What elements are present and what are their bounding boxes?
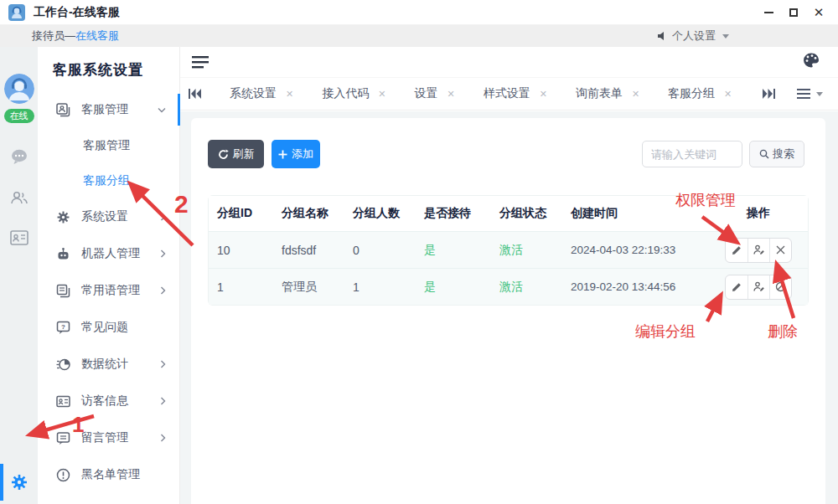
menu-item-robot-management[interactable]: 机器人管理 (38, 235, 179, 272)
menu-item-customer-management[interactable]: 客服管理 (38, 91, 179, 128)
statistics-icon (56, 357, 70, 372)
settings-nav-item[interactable] (0, 464, 38, 501)
cell-created: 2024-04-03 22:19:33 (562, 244, 709, 256)
col-header-status: 分组状态 (491, 206, 562, 221)
chevron-right-icon (160, 286, 166, 295)
close-tab-icon[interactable]: ✕ (447, 90, 454, 99)
edit-group-button[interactable] (726, 239, 747, 262)
chevron-right-icon (160, 213, 166, 221)
user-edit-icon (753, 281, 764, 292)
scroll-tabs-end-icon[interactable] (763, 89, 775, 99)
avatar[interactable] (4, 74, 34, 104)
chevron-down-icon (158, 107, 166, 113)
cell-created: 2019-02-20 13:44:56 (562, 280, 709, 293)
tab-customer-group[interactable]: 客服分组 ✕ (668, 86, 732, 101)
tab-system-settings[interactable]: 系统设置 ✕ (230, 86, 293, 101)
menu-item-label: 系统设置 (81, 209, 128, 224)
chevron-right-icon (160, 397, 166, 405)
tab-style-settings[interactable]: 样式设置 ✕ (484, 86, 547, 101)
id-card-icon[interactable] (10, 230, 28, 245)
refresh-button[interactable]: 刷新 (208, 140, 264, 168)
annotation-delete: 删除 (768, 321, 798, 342)
col-header-group-count: 分组人数 (344, 206, 416, 221)
add-label: 添加 (292, 147, 313, 162)
phrases-icon (56, 284, 70, 298)
tab-label: 客服分组 (668, 86, 715, 101)
submenu-item-customer-group[interactable]: 客服分组 (38, 163, 179, 198)
groups-table: 分组ID 分组名称 分组人数 是否接待 分组状态 创建时间 操作 10 fdsf… (208, 195, 809, 306)
delete-button[interactable] (769, 239, 791, 262)
contacts-icon[interactable] (10, 190, 28, 205)
row-action-group (725, 238, 792, 263)
col-header-accept: 是否接待 (416, 206, 491, 221)
chat-icon[interactable] (10, 148, 28, 165)
permission-button[interactable] (747, 239, 769, 262)
cell-status: 激活 (491, 280, 562, 295)
cell-group-count: 1 (344, 280, 416, 294)
cell-group-id: 10 (209, 244, 273, 257)
menu-item-data-statistics[interactable]: 数据统计 (38, 346, 179, 383)
close-tab-icon[interactable]: ✕ (724, 90, 732, 99)
window-title: 工作台-在线客服 (34, 5, 120, 20)
close-tab-icon[interactable]: ✕ (540, 90, 547, 99)
menu-item-label: 机器人管理 (81, 246, 140, 261)
caret-down-icon (722, 34, 729, 39)
window-titlebar: 工作台-在线客服 ✕ (0, 0, 838, 25)
app-logo-icon (8, 4, 25, 21)
theme-button[interactable] (803, 53, 820, 71)
scroll-tabs-start-icon[interactable] (189, 89, 201, 99)
menu-item-label: 常用语管理 (81, 283, 140, 298)
menu-item-label: 客服管理 (81, 102, 128, 117)
col-header-group-id: 分组ID (209, 206, 273, 221)
ban-icon (775, 281, 786, 292)
tab-label: 样式设置 (484, 86, 530, 101)
maximize-button[interactable] (781, 3, 806, 23)
menu-item-common-phrases[interactable]: 常用语管理 (38, 272, 179, 309)
question-bubble-icon: ? (56, 321, 70, 335)
tab-access-code[interactable]: 接入代码 ✕ (322, 86, 385, 101)
online-service-link[interactable]: 在线客服 (75, 28, 119, 44)
gear-icon (10, 473, 28, 491)
permission-button[interactable] (747, 275, 769, 299)
tab-label: 设置 (414, 86, 437, 101)
menu-item-message-management[interactable]: 留言管理 (38, 419, 179, 456)
annotation-step-1: 1 (72, 412, 84, 438)
cell-accept: 是 (416, 243, 491, 258)
close-button[interactable]: ✕ (806, 3, 831, 23)
personal-settings-menu[interactable]: 个人设置 (672, 28, 716, 44)
breadcrumb-bar: 接待员— 在线客服 个人设置 (0, 25, 838, 47)
gear-icon (56, 210, 70, 224)
visitor-card-icon (56, 394, 70, 409)
add-button[interactable]: 添加 (272, 140, 320, 168)
minimize-button[interactable] (756, 3, 781, 23)
menu-item-system-settings[interactable]: 系统设置 (38, 198, 179, 235)
svg-text:?: ? (61, 323, 65, 331)
submenu-item-customer-management[interactable]: 客服管理 (38, 128, 179, 163)
menu-item-visitor-info[interactable]: 访客信息 (38, 383, 179, 419)
close-tab-icon[interactable]: ✕ (286, 90, 293, 99)
close-tab-icon[interactable]: ✕ (378, 90, 385, 99)
tab-list-icon (797, 89, 810, 99)
tab-settings[interactable]: 设置 ✕ (414, 86, 454, 101)
search-button[interactable]: 搜索 (749, 141, 804, 167)
cell-accept: 是 (416, 280, 491, 295)
menu-item-blacklist[interactable]: 黑名单管理 (38, 456, 179, 493)
close-tab-icon[interactable]: ✕ (632, 90, 639, 99)
menu-item-faq[interactable]: ? 常见问题 (38, 309, 179, 346)
speaker-icon[interactable] (657, 31, 667, 41)
collapse-menu-icon[interactable] (192, 55, 210, 69)
cell-group-name: fdsfsdf (273, 244, 344, 257)
caret-down-icon (816, 92, 823, 96)
settings-sidebar: 客服系统设置 客服管理 客服管理 客服分组 系统设置 (38, 47, 180, 504)
content-card: 刷新 添加 搜索 (191, 118, 825, 504)
tab-bar: 系统设置 ✕ 接入代码 ✕ 设置 ✕ 样式设置 ✕ 询前表单 ✕ 客服分组 ✕ (180, 78, 838, 111)
tab-pre-chat-form[interactable]: 询前表单 ✕ (576, 86, 639, 101)
search-input[interactable] (642, 141, 742, 167)
menu-item-label: 留言管理 (81, 430, 128, 445)
main-header (180, 47, 838, 78)
tab-list-menu[interactable] (797, 89, 823, 99)
edit-group-button[interactable] (726, 275, 747, 299)
agent-manage-icon (56, 103, 70, 117)
delete-disabled-button[interactable] (769, 275, 791, 299)
pencil-icon (732, 245, 742, 255)
